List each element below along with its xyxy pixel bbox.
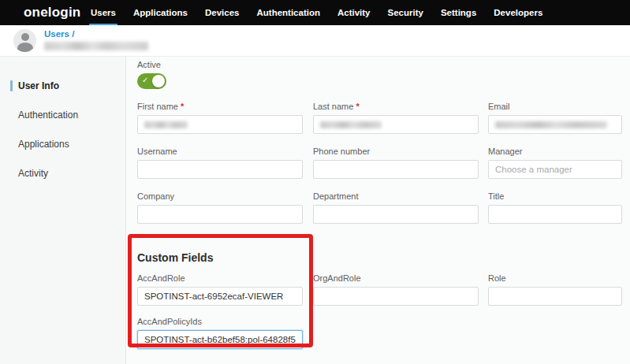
email-input[interactable] [488,115,622,134]
field-role: Role [488,273,622,306]
custom-fields-heading: Custom Fields [137,251,630,265]
active-toggle-label: Active [137,60,630,69]
field-manager: Manager [488,146,622,179]
username-input[interactable] [137,160,303,179]
field-department: Department [313,191,479,224]
sidebar: User Info Authentication Applications Ac… [0,57,126,364]
company-label: Company [137,191,303,202]
nav-item-applications[interactable]: Applications [125,0,196,25]
breadcrumb-users-link[interactable]: Users / [44,29,74,39]
title-input[interactable] [488,205,622,224]
company-input[interactable] [137,205,303,224]
department-label: Department [313,191,479,202]
required-asterisk: * [181,102,184,111]
title-label: Title [488,191,622,202]
onelogin-admin-screen: onelogin Users Applications Devices Auth… [0,0,630,364]
field-last-name: Last name* [313,101,479,134]
page-header: Users / [0,25,630,57]
sidebar-item-authentication[interactable]: Authentication [0,103,125,127]
acc-and-policy-ids-label: AccAndPolicyIds [137,316,303,327]
acc-and-role-input[interactable] [137,287,303,306]
nav-item-authentication[interactable]: Authentication [248,0,329,25]
email-label: Email [488,101,622,112]
user-info-form: Active ✓ First name* Last name* Email [126,57,630,364]
nav-item-security[interactable]: Security [379,0,432,25]
first-name-label: First name [137,102,178,111]
nav-item-devices[interactable]: Devices [196,0,248,25]
username-label: Username [137,146,303,157]
content-area: User Info Authentication Applications Ac… [0,57,630,364]
manager-input[interactable] [488,160,622,179]
manager-label: Manager [488,146,622,157]
org-and-role-label: OrgAndRole [313,273,479,284]
redacted-value-blob [495,121,607,128]
user-avatar-icon [13,29,36,52]
last-name-label: Last name [313,102,353,111]
first-name-input[interactable] [137,115,303,134]
phone-number-input[interactable] [313,160,479,179]
acc-and-role-label: AccAndRole [137,273,303,284]
top-navbar: onelogin Users Applications Devices Auth… [0,0,630,25]
sidebar-item-user-info[interactable]: User Info [0,74,125,98]
field-username: Username [137,146,303,179]
field-acc-and-role: AccAndRole [137,273,303,306]
field-acc-and-policy-ids: AccAndPolicyIds [137,316,303,349]
redacted-value-blob [144,121,188,128]
sidebar-item-applications[interactable]: Applications [0,132,125,156]
role-input[interactable] [488,287,622,306]
onelogin-logo: onelogin [24,5,82,20]
field-company: Company [137,191,303,224]
sidebar-item-activity[interactable]: Activity [0,162,125,185]
nav-item-users[interactable]: Users [82,0,125,25]
org-and-role-input[interactable] [313,287,479,306]
field-first-name: First name* [137,101,303,134]
department-input[interactable] [313,205,479,224]
field-email: Email [488,101,622,134]
active-toggle[interactable]: ✓ [137,73,166,89]
field-phone-number: Phone number [313,146,479,179]
redacted-value-blob [320,121,382,128]
primary-nav: Users Applications Devices Authenticatio… [82,0,551,25]
required-asterisk: * [356,102,359,111]
toggle-knob [152,75,165,87]
nav-item-activity[interactable]: Activity [329,0,379,25]
breadcrumb-username-redacted [44,42,148,50]
acc-and-policy-ids-input[interactable] [137,330,303,349]
nav-item-developers[interactable]: Developers [485,0,551,25]
phone-number-label: Phone number [313,146,479,157]
check-icon: ✓ [142,76,148,84]
field-title: Title [488,191,622,224]
last-name-input[interactable] [313,115,479,134]
role-label: Role [488,273,622,284]
field-org-and-role: OrgAndRole [313,273,479,306]
nav-item-settings[interactable]: Settings [432,0,485,25]
